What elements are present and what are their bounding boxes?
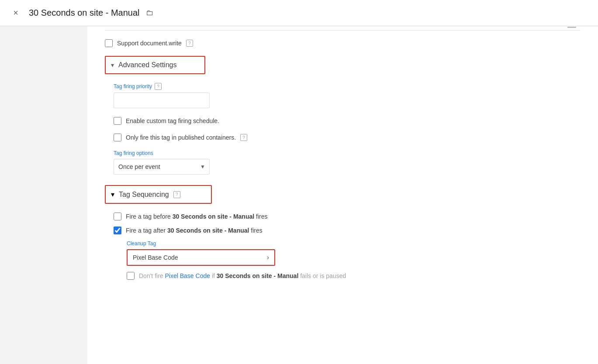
fire-before-tag-name: 30 Seconds on site - Manual [173, 213, 255, 220]
support-doc-checkbox[interactable] [105, 39, 113, 47]
tag-firing-options-wrapper: Once per event Unlimited Once per page ▼ [114, 159, 210, 175]
tag-firing-options-text: Tag firing options [114, 150, 153, 156]
fire-after-tag-name: 30 Seconds on site - Manual [167, 227, 249, 234]
cleanup-tag-dropdown[interactable]: Pixel Base Code › [127, 249, 275, 266]
title-bar: × 30 Seconds on site - Manual 🗀 [0, 0, 598, 26]
dont-fire-pixel-base: Pixel Base Code [165, 272, 210, 279]
cleanup-tag-value: Pixel Base Code [133, 254, 267, 261]
custom-schedule-row: Enable custom tag firing schedule. [114, 117, 581, 125]
tag-firing-priority-input[interactable] [114, 93, 210, 108]
fire-after-checkbox[interactable] [114, 227, 121, 234]
tag-sequencing-chevron: ▾ [111, 190, 114, 199]
custom-schedule-label: Enable custom tag firing schedule. [126, 117, 219, 124]
page-title: 30 Seconds on site - Manual [29, 8, 140, 18]
support-doc-row: Support document.write ? [105, 39, 581, 47]
fire-after-row: Fire a tag after 30 Seconds on site - Ma… [114, 227, 581, 234]
only-published-help-icon[interactable]: ? [240, 134, 247, 141]
top-stub [105, 26, 581, 31]
only-published-label: Only fire this tag in published containe… [126, 134, 236, 141]
tag-firing-priority-text: Tag firing priority [114, 83, 152, 89]
tag-firing-options-label: Tag firing options [114, 150, 581, 156]
tag-sequencing-help-icon[interactable]: ? [173, 191, 180, 198]
advanced-settings-content: Tag firing priority ? Enable custom tag … [105, 83, 581, 175]
advanced-settings-chevron: ▾ [111, 62, 114, 69]
only-published-row: Only fire this tag in published containe… [114, 134, 581, 141]
sidebar [0, 26, 87, 364]
fire-after-text: Fire a tag after 30 Seconds on site - Ma… [126, 227, 263, 234]
tag-sequencing-header[interactable]: ▾ Tag Sequencing ? [105, 185, 212, 204]
fire-before-checkbox[interactable] [114, 213, 121, 220]
tag-sequencing-label: Tag Sequencing [119, 191, 169, 199]
close-button[interactable]: × [9, 6, 23, 20]
support-doc-help-icon[interactable]: ? [186, 40, 193, 47]
advanced-settings-label: Advanced Settings [118, 61, 176, 69]
only-published-checkbox[interactable] [114, 134, 121, 141]
advanced-settings-header[interactable]: ▾ Advanced Settings [105, 56, 205, 74]
tag-firing-options-select[interactable]: Once per event Unlimited Once per page [114, 159, 210, 175]
tag-firing-priority-label: Tag firing priority ? [114, 83, 581, 90]
main-layout: Support document.write ? ▾ Advanced Sett… [0, 26, 598, 364]
cleanup-tag-label: Cleanup Tag [114, 240, 581, 247]
tag-sequencing-content: Fire a tag before 30 Seconds on site - M… [105, 213, 581, 280]
dont-fire-row: Don't fire Pixel Base Code if 30 Seconds… [114, 272, 581, 280]
close-icon: × [13, 8, 18, 18]
dont-fire-text: Don't fire Pixel Base Code if 30 Seconds… [139, 272, 346, 279]
cleanup-arrow-icon: › [267, 254, 269, 261]
tag-firing-priority-help-icon[interactable]: ? [155, 83, 162, 90]
content-area: Support document.write ? ▾ Advanced Sett… [87, 26, 598, 364]
support-doc-label: Support document.write [117, 40, 182, 47]
fire-before-text: Fire a tag before 30 Seconds on site - M… [126, 213, 267, 220]
dont-fire-tag-name2: 30 Seconds on site - Manual [217, 272, 299, 279]
dont-fire-checkbox[interactable] [127, 272, 135, 280]
fire-before-row: Fire a tag before 30 Seconds on site - M… [114, 213, 581, 220]
custom-schedule-checkbox[interactable] [114, 117, 121, 125]
folder-icon[interactable]: 🗀 [146, 8, 154, 17]
minimize-btn [567, 27, 576, 28]
